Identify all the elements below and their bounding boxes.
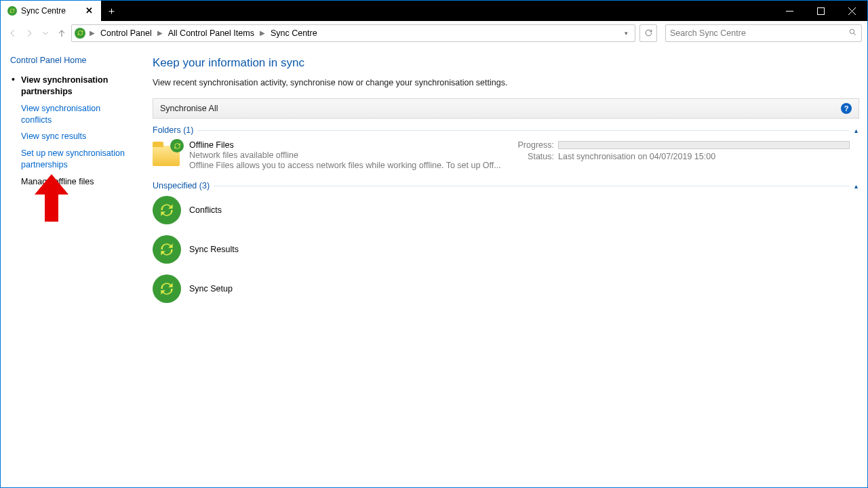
sidebar-item-view-partnerships[interactable]: View synchronisation partnerships [21,75,131,98]
up-button[interactable] [55,26,68,40]
titlebar: Sync Centre ✕ ＋ [1,1,867,21]
sidebar-item-setup-partnerships[interactable]: Set up new synchronisation partnerships [21,148,131,171]
breadcrumb-control-panel[interactable]: Control Panel [99,28,153,38]
sidebar-item-view-results[interactable]: View sync results [21,131,131,142]
address-bar[interactable]: ▶ Control Panel ▶ All Control Panel Item… [71,24,635,42]
search-box[interactable] [665,24,862,42]
tab-sync-centre[interactable]: Sync Centre ✕ [1,1,101,21]
status-label: Status: [515,152,554,161]
close-tab-icon[interactable]: ✕ [83,5,94,16]
page-subtitle: View recent synchronisation activity, sy… [153,78,859,87]
item-name: Offline Files [189,140,508,150]
conflicts-item[interactable]: Conflicts [153,193,859,232]
item-label: Conflicts [189,205,222,215]
refresh-button[interactable] [639,24,657,42]
recent-locations-button[interactable] [39,26,52,40]
status-value: Last synchronisation on 04/07/2019 15:00 [558,152,715,161]
divider [197,130,849,131]
sidebar-item-label: View sync results [21,131,131,142]
chevron-right-icon: ▶ [156,29,164,37]
sync-icon [153,235,181,264]
offline-files-icon [153,140,182,166]
group-label: Folders (1) [153,125,193,135]
item-label: Sync Results [189,245,239,254]
collapse-unspecified-icon[interactable]: ▴ [853,182,859,190]
sidebar-item-label: Set up new synchronisation partnerships [21,148,131,171]
window: Sync Centre ✕ ＋ ▶ Control Panel ▶ All Co… [0,0,868,488]
sync-icon [153,274,181,303]
chevron-right-icon: ▶ [88,29,96,37]
toolbar: Synchronise All ? [153,98,859,119]
search-input[interactable] [670,28,848,38]
progress-label: Progress: [515,140,554,150]
tab-strip: Sync Centre ✕ ＋ [1,1,121,21]
breadcrumb-all-items[interactable]: All Control Panel Items [167,28,256,38]
group-header-folders: Folders (1) ▴ [153,125,859,135]
group-label: Unspecified (3) [153,181,210,190]
progress-block: Progress: Status: Last synchronisation o… [515,140,859,163]
back-button[interactable] [6,26,20,40]
minimize-button[interactable] [774,1,805,21]
sidebar-item-view-conflicts[interactable]: View synchronisation conflicts [21,103,131,126]
sync-icon [7,6,17,16]
svg-line-6 [854,33,856,35]
main-panel: Keep your information in sync View recen… [136,45,867,487]
navigation-bar: ▶ Control Panel ▶ All Control Panel Item… [1,21,867,45]
annotation-arrow-icon [35,174,68,224]
breadcrumb-sync-centre[interactable]: Sync Centre [269,28,319,38]
window-controls [774,1,867,21]
group-header-unspecified: Unspecified (3) ▴ [153,181,859,190]
sync-icon [75,28,85,39]
new-tab-button[interactable]: ＋ [101,1,121,21]
sidebar-items: View synchronisation partnerships View s… [10,75,131,188]
sync-setup-item[interactable]: Sync Setup [153,272,859,311]
search-icon [848,27,857,39]
sync-results-item[interactable]: Sync Results [153,232,859,272]
item-desc-2: Offline Files allows you to access netwo… [189,161,508,170]
sync-icon [153,196,181,224]
address-dropdown-icon[interactable]: ▾ [620,30,632,37]
sidebar: Control Panel Home View synchronisation … [1,45,136,487]
progress-bar [558,141,850,149]
titlebar-drag-region[interactable] [121,1,774,21]
help-button[interactable]: ? [841,103,852,114]
svg-marker-7 [35,174,68,222]
synchronise-all-button[interactable]: Synchronise All [160,104,218,113]
svg-rect-1 [817,7,824,14]
close-window-button[interactable] [836,1,867,21]
offline-files-item[interactable]: Offline Files Network files available of… [153,138,859,174]
svg-point-5 [850,29,854,34]
sidebar-item-label: View synchronisation conflicts [21,103,131,126]
content-area: Control Panel Home View synchronisation … [1,45,867,487]
maximize-button[interactable] [805,1,836,21]
item-label: Sync Setup [189,284,233,293]
offline-files-info: Offline Files Network files available of… [189,140,508,170]
control-panel-home-link[interactable]: Control Panel Home [10,55,131,66]
forward-button[interactable] [22,26,36,40]
divider [214,186,849,186]
tab-title: Sync Centre [21,6,66,16]
collapse-folders-icon[interactable]: ▴ [853,127,859,134]
item-desc-1: Network files available offline [189,150,508,160]
chevron-right-icon: ▶ [258,29,267,37]
page-title: Keep your information in sync [153,56,859,70]
sidebar-item-label: View synchronisation partnerships [21,75,131,98]
